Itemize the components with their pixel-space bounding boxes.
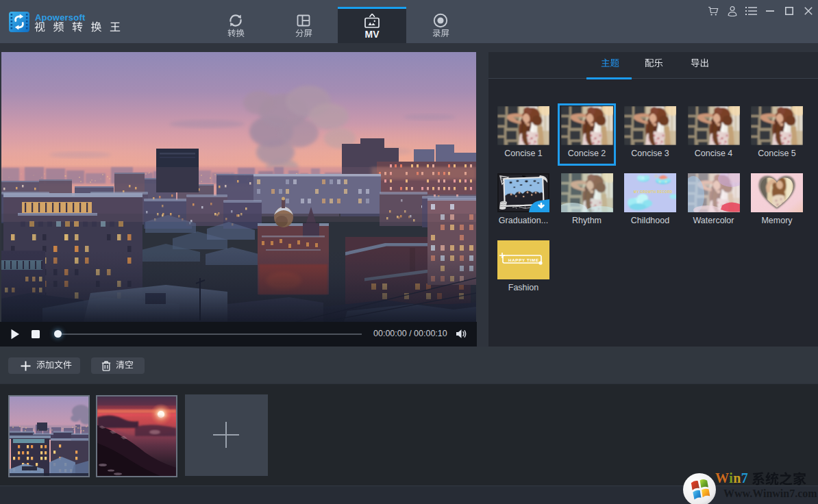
svg-text:MY GROWTH RECORD: MY GROWTH RECORD [634, 190, 673, 194]
svg-text:HAPPY TIME: HAPPY TIME [508, 257, 539, 262]
